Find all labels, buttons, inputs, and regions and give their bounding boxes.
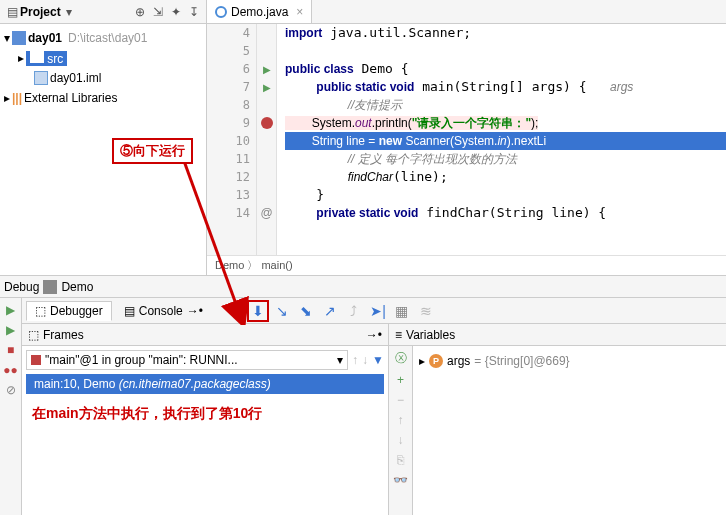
frames-title: Frames (43, 328, 84, 342)
param-icon: P (429, 354, 443, 368)
annotation-note: 在main方法中执行，执行到了第10行 (32, 404, 378, 424)
stop-button[interactable]: ■ (3, 342, 19, 358)
new-watch-button[interactable]: + (397, 373, 404, 387)
file-icon (34, 71, 48, 85)
hide-icon[interactable]: ↧ (186, 4, 202, 20)
code-area[interactable]: 4567891011121314 ▶ ▶ @ import java.util.… (207, 24, 726, 255)
root-name: day01 (28, 31, 62, 45)
collapse-icon[interactable]: ⇲ (150, 4, 166, 20)
tab-debugger[interactable]: ⬚ Debugger (26, 301, 112, 321)
module-icon (12, 31, 26, 45)
step-over-button[interactable]: ⬇ (247, 300, 269, 322)
tab-console[interactable]: ▤ Console →• (116, 302, 211, 320)
src-label: src (47, 52, 63, 66)
vars-title: Variables (406, 328, 455, 342)
library-icon: ||| (12, 91, 22, 105)
expand-icon[interactable]: ▸ (4, 91, 10, 105)
code-content[interactable]: import java.util.Scanner; public class D… (277, 24, 726, 255)
up-button[interactable]: ↑ (398, 413, 404, 427)
close-icon[interactable]: × (296, 5, 303, 19)
evaluate-button[interactable]: ▦ (391, 300, 413, 322)
drop-frame-button[interactable]: ⤴ (343, 300, 365, 322)
debugger-icon: ⬚ (35, 304, 46, 318)
remove-watch-button[interactable]: − (397, 393, 404, 407)
tree-root[interactable]: ▾ day01 D:\itcast\day01 (0, 28, 206, 48)
var-value: = {String[0]@669} (474, 354, 569, 368)
vars-icon: ≡ (395, 328, 402, 342)
debug-tabs: ⬚ Debugger ▤ Console →• ≡ ⬇ ↘ ⬊ ↗ ⤴ ➤| ▦… (22, 298, 726, 324)
override-icon[interactable]: @ (260, 206, 272, 220)
prev-frame-button[interactable]: ↑ (352, 353, 358, 367)
more-icon[interactable]: →• (366, 328, 382, 342)
debug-label: Debug (4, 280, 39, 294)
var-name: args (447, 354, 470, 368)
config-icon (43, 280, 57, 294)
copy-button[interactable]: ⎘ (397, 453, 404, 467)
project-title: Project (20, 5, 61, 19)
mute-button[interactable]: ⊘ (3, 382, 19, 398)
tree-src[interactable]: ▸ src (0, 48, 206, 68)
down-button[interactable]: ↓ (398, 433, 404, 447)
tab-label: Demo.java (231, 5, 288, 19)
scroll-icon[interactable]: ⊕ (132, 4, 148, 20)
console-icon: ▤ (124, 304, 135, 318)
chevron-down-icon: ▾ (337, 353, 343, 367)
run-gutter-icon[interactable]: ▶ (263, 82, 271, 93)
debug-config[interactable]: Demo (61, 280, 93, 294)
tree-ext-libs[interactable]: ▸ ||| External Libraries (0, 88, 206, 108)
callout-step: ⑤向下运行 (112, 138, 193, 164)
step-into-button[interactable]: ↘ (271, 300, 293, 322)
rerun-button[interactable]: ▶ (3, 302, 19, 318)
force-step-into-button[interactable]: ⬊ (295, 300, 317, 322)
root-path: D:\itcast\day01 (68, 31, 147, 45)
expand-icon[interactable]: ▾ (4, 31, 10, 45)
gutter-marks: ▶ ▶ @ (257, 24, 277, 255)
tab-demo[interactable]: Demo.java × (207, 0, 312, 23)
line-numbers: 4567891011121314 (207, 24, 257, 255)
debug-side-toolbar: ▶ ▶ ■ ●● ⊘ (0, 298, 22, 515)
variable-row[interactable]: ▸ P args = {String[0]@669} (419, 352, 720, 370)
breakpoint-icon[interactable] (261, 117, 273, 129)
show-exec-point-button[interactable]: ≡ (223, 300, 245, 322)
step-out-button[interactable]: ↗ (319, 300, 341, 322)
run-to-cursor-button[interactable]: ➤| (367, 300, 389, 322)
frames-icon: ⬚ (28, 328, 39, 342)
iml-label: day01.iml (50, 71, 101, 85)
project-tree: ▾ day01 D:\itcast\day01 ▸ src day01.iml … (0, 24, 206, 112)
editor-panel: Demo.java × 4567891011121314 ▶ ▶ @ impor… (207, 0, 726, 275)
tree-iml[interactable]: day01.iml (0, 68, 206, 88)
project-header: ▤ Project ▾ ⊕ ⇲ ✦ ↧ (0, 0, 206, 24)
dropdown-icon[interactable]: ▾ (61, 4, 77, 20)
expand-icon[interactable]: ▸ (419, 354, 425, 368)
trace-button[interactable]: ≋ (415, 300, 437, 322)
editor-tabs: Demo.java × (207, 0, 726, 24)
pin-icon[interactable]: →• (187, 304, 203, 318)
run-gutter-icon[interactable]: ▶ (263, 64, 271, 75)
filter-icon[interactable]: ▼ (372, 353, 384, 367)
ext-libs-label: External Libraries (24, 91, 117, 105)
next-frame-button[interactable]: ↓ (362, 353, 368, 367)
resume-button[interactable]: ▶ (3, 322, 19, 338)
project-icon: ▤ (4, 4, 20, 20)
add-watch-button[interactable]: ⓧ (395, 350, 407, 367)
thread-name: "main"@1 in group "main": RUNNI... (45, 353, 238, 367)
gear-icon[interactable]: ✦ (168, 4, 184, 20)
stack-frame[interactable]: main:10, Demo (cn.itheima07.packageclass… (26, 374, 384, 394)
thread-dropdown[interactable]: "main"@1 in group "main": RUNNI... ▾ (26, 350, 348, 370)
breadcrumb[interactable]: Demo 〉 main() (207, 255, 726, 275)
java-class-icon (215, 6, 227, 18)
expand-icon[interactable]: ▸ (18, 51, 24, 65)
thread-status-icon (31, 355, 41, 365)
watches-button[interactable]: 👓 (393, 473, 408, 487)
folder-icon (30, 51, 44, 63)
variables-pane: ≡ Variables ⓧ + − ↑ ↓ ⎘ 👓 ▸ (389, 324, 726, 515)
frames-pane: ⬚ Frames →• "main"@1 in group "main": RU… (22, 324, 389, 515)
vars-toolbar: ⓧ + − ↑ ↓ ⎘ 👓 (389, 346, 413, 515)
breakpoints-button[interactable]: ●● (3, 362, 19, 378)
debug-bar: Debug Demo (0, 276, 726, 298)
